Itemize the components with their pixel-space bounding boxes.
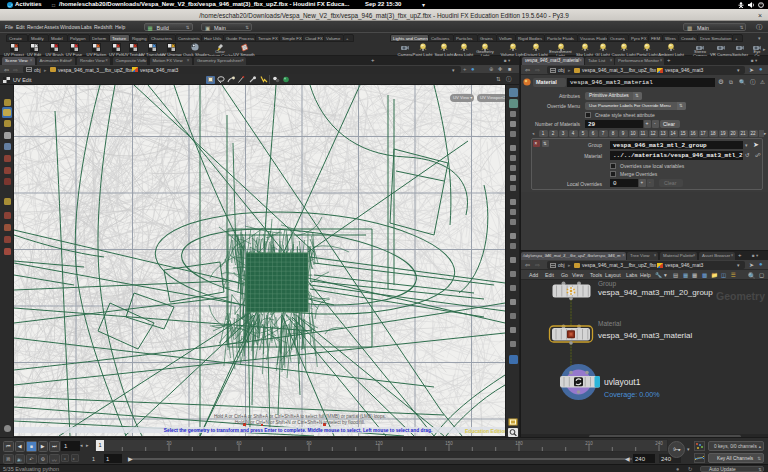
- svg-text:Geometry: Geometry: [716, 290, 765, 302]
- svg-text:120: 120: [375, 441, 383, 446]
- svg-text:uvlayout1: uvlayout1: [604, 377, 641, 387]
- svg-text:240: 240: [655, 441, 663, 446]
- svg-text:Material: Material: [598, 320, 622, 327]
- svg-text:210: 210: [585, 441, 593, 446]
- svg-text:30: 30: [166, 441, 172, 446]
- svg-text:vespa_946_mat3_material: vespa_946_mat3_material: [598, 331, 693, 340]
- svg-text:Group: Group: [598, 280, 616, 288]
- svg-text:90: 90: [306, 441, 312, 446]
- svg-text:150: 150: [445, 441, 453, 446]
- svg-text:vespa_946_mat3_mtl_20_group: vespa_946_mat3_mtl_20_group: [598, 288, 713, 297]
- svg-text:Coverage: 0.00%: Coverage: 0.00%: [604, 390, 660, 399]
- svg-text:60: 60: [236, 441, 242, 446]
- svg-text:180: 180: [515, 441, 523, 446]
